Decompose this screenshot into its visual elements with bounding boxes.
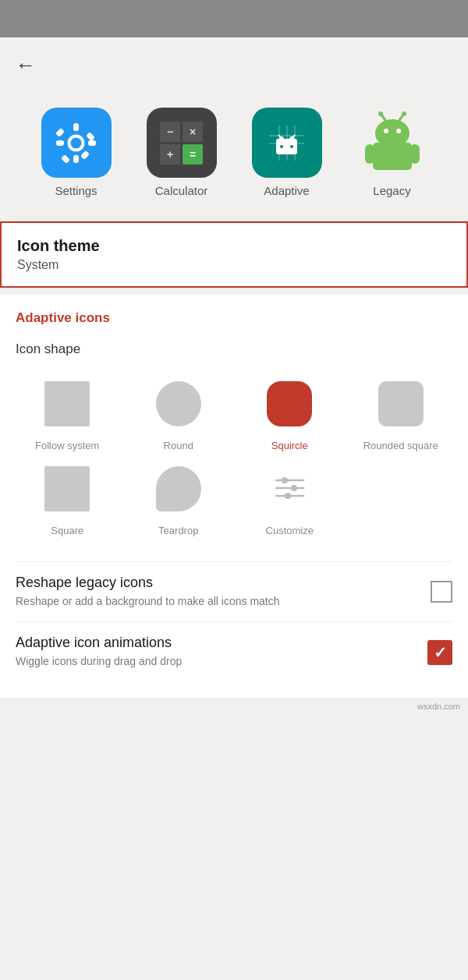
shape-customize-visual [261, 461, 317, 517]
settings-label: Settings [55, 184, 97, 197]
square-outline-shape [44, 381, 90, 426]
legacy-app-icon: Legacy [357, 108, 427, 197]
circle-shape [156, 381, 201, 426]
reshape-legacy-desc: Reshape or add a background to make all … [16, 594, 415, 610]
svg-point-0 [69, 136, 83, 150]
shape-follow-system-label: Follow system [35, 440, 99, 453]
legacy-label: Legacy [373, 184, 410, 197]
checkmark-icon: ✓ [434, 643, 447, 662]
shape-round[interactable]: Round [127, 376, 231, 453]
shape-follow-system[interactable]: Follow system [16, 376, 119, 453]
calc-times: × [183, 122, 203, 142]
svg-rect-8 [86, 132, 95, 141]
adaptive-animations-checkbox[interactable]: ✓ [427, 640, 452, 665]
svg-point-38 [285, 493, 291, 499]
empty-shape [378, 466, 424, 511]
shape-grid-row2: Square Teardrop [16, 461, 452, 538]
divider-mid [0, 288, 468, 288]
svg-rect-24 [379, 154, 388, 170]
shape-square-visual [39, 461, 95, 517]
shape-round-visual [151, 376, 207, 432]
svg-point-19 [280, 145, 283, 148]
customize-shape [267, 466, 312, 511]
svg-point-31 [378, 111, 383, 116]
rounded-square-shape [378, 381, 424, 426]
square-shape [44, 466, 90, 511]
adaptive-label: Adaptive [264, 184, 309, 197]
calculator-app-icon: − × + = Calculator [147, 108, 217, 197]
shape-teardrop[interactable]: Teardrop [127, 461, 231, 538]
shape-grid-row1: Follow system Round Squircle Rounded squ… [16, 376, 452, 453]
adaptive-icon-visual [252, 108, 322, 178]
svg-point-20 [290, 145, 293, 148]
adaptive-app-icon: Adaptive [252, 108, 322, 197]
shape-squircle-label: Squircle [271, 440, 308, 453]
adaptive-animations-row[interactable]: Adaptive icon animations Wiggle icons du… [16, 621, 452, 682]
settings-icon-visual [41, 108, 112, 178]
calc-plus: + [160, 144, 180, 165]
svg-point-32 [402, 111, 406, 116]
shape-teardrop-label: Teardrop [158, 525, 198, 538]
calc-minus: − [160, 122, 180, 142]
app-preview: Settings − × + = Calculator [0, 92, 468, 221]
adaptive-animations-text: Adaptive icon animations Wiggle icons du… [16, 635, 427, 670]
toolbar: ← [0, 37, 468, 92]
shape-square-label: Square [51, 525, 83, 538]
shape-customize[interactable]: Customize [238, 461, 342, 538]
shape-teardrop-visual [151, 461, 207, 517]
shape-rounded-square-visual [373, 376, 429, 432]
shape-customize-label: Customize [266, 525, 314, 538]
reshape-legacy-row[interactable]: Reshape legacy icons Reshape or add a ba… [16, 561, 452, 622]
squircle-shape [267, 381, 312, 426]
calculator-icon-visual: − × + = [147, 108, 217, 178]
svg-point-36 [282, 477, 288, 483]
svg-rect-22 [365, 144, 374, 164]
shape-follow-system-visual [39, 376, 95, 432]
shape-squircle[interactable]: Squircle [238, 376, 342, 453]
watermark: wsxdn.com [0, 698, 468, 715]
customize-sliders-icon [272, 471, 307, 506]
svg-rect-25 [396, 154, 406, 170]
svg-rect-7 [61, 154, 70, 164]
shape-empty-visual [373, 461, 429, 517]
shape-empty-slot [349, 461, 453, 538]
icon-theme-title: Icon theme [17, 237, 451, 255]
shape-squircle-visual [261, 376, 317, 432]
svg-rect-5 [55, 128, 65, 137]
calc-equals: = [183, 144, 203, 165]
adaptive-icons-heading: Adaptive icons [16, 310, 452, 326]
svg-point-28 [396, 129, 401, 133]
svg-point-26 [375, 119, 410, 147]
svg-rect-14 [276, 139, 297, 154]
adaptive-icons-section: Adaptive icons Icon shape Follow system … [0, 295, 468, 698]
svg-rect-6 [80, 150, 90, 160]
shape-round-label: Round [164, 440, 193, 453]
shape-rounded-square-label: Rounded square [363, 440, 438, 453]
status-bar [0, 0, 468, 37]
icon-theme-section[interactable]: Icon theme System [0, 221, 468, 288]
settings-app-icon: Settings [41, 108, 112, 197]
svg-rect-2 [73, 155, 79, 163]
shape-rounded-square[interactable]: Rounded square [349, 376, 453, 453]
reshape-legacy-title: Reshape legacy icons [16, 575, 415, 591]
adaptive-animations-title: Adaptive icon animations [16, 635, 412, 651]
calculator-label: Calculator [155, 184, 208, 197]
icon-theme-subtitle: System [17, 258, 451, 272]
reshape-legacy-text: Reshape legacy icons Reshape or add a ba… [16, 575, 431, 610]
svg-rect-4 [88, 140, 96, 146]
svg-point-27 [384, 129, 388, 133]
back-button[interactable]: ← [16, 53, 36, 77]
icon-shape-heading: Icon shape [16, 341, 452, 357]
svg-rect-3 [56, 140, 64, 146]
svg-point-37 [291, 485, 297, 491]
teardrop-shape [156, 466, 201, 511]
adaptive-animations-desc: Wiggle icons during drag and drop [16, 654, 412, 670]
svg-rect-23 [410, 144, 420, 164]
svg-rect-1 [73, 123, 79, 131]
shape-square[interactable]: Square [16, 461, 119, 538]
legacy-icon-visual [357, 108, 427, 178]
reshape-legacy-checkbox[interactable] [431, 581, 452, 603]
